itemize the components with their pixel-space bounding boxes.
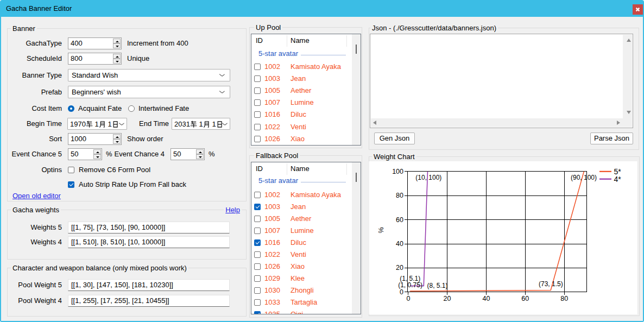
svg-text:80: 80 (396, 192, 403, 199)
svg-text:20: 20 (396, 264, 403, 272)
svg-text:%: % (377, 227, 385, 233)
svg-text:60: 60 (396, 216, 403, 224)
svg-text:(10, 100): (10, 100) (415, 174, 441, 181)
svg-text:80: 80 (560, 295, 568, 302)
svg-text:40: 40 (482, 295, 490, 302)
svg-text:40: 40 (396, 240, 403, 248)
svg-text:0: 0 (400, 288, 403, 296)
svg-text:(8, 5.1): (8, 5.1) (427, 282, 448, 289)
svg-text:(1, 0.75): (1, 0.75) (398, 281, 422, 289)
svg-text:100: 100 (392, 168, 403, 175)
svg-text:60: 60 (521, 295, 529, 302)
svg-text:4*: 4* (614, 175, 622, 184)
svg-text:20: 20 (443, 295, 451, 302)
svg-text:(73, 1.5): (73, 1.5) (539, 280, 563, 288)
svg-text:(90, 100): (90, 100) (571, 174, 597, 181)
svg-text:0: 0 (407, 295, 411, 302)
